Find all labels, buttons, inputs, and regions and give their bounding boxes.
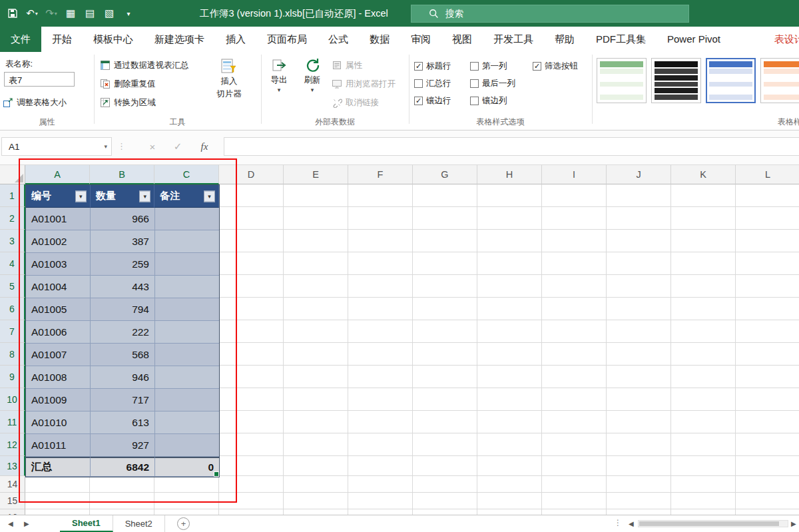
table-cell-quantity[interactable]: 966 [91,208,155,230]
row-header-8[interactable]: 8 [0,343,25,366]
ribbon-tab-template-center[interactable]: 模板中心 [83,27,144,52]
table-cell-id[interactable]: A01001 [26,208,91,230]
table-cell-id[interactable]: A01011 [26,434,91,457]
ribbon-tab-data[interactable]: 数据 [359,27,400,52]
table-cell-id[interactable]: A01007 [26,344,91,366]
refresh-button[interactable]: 刷新 ▾ [298,57,326,93]
table-cell-quantity[interactable]: 568 [91,344,155,366]
table-cell-note[interactable] [155,321,219,344]
table-style-dark-black[interactable] [651,58,701,103]
insert-slicer-button[interactable]: 插入 切片器 [210,57,248,100]
hscroll-right-icon[interactable]: ▶ [791,515,796,532]
column-header-I[interactable]: I [542,165,607,184]
table-cell-note[interactable] [155,253,219,276]
select-all-corner[interactable] [0,165,25,184]
table-cell-quantity[interactable]: 927 [91,434,155,457]
insert-function-button[interactable]: fx [194,137,214,156]
row-header-9[interactable]: 9 [0,366,25,388]
table-cell-quantity[interactable]: 717 [91,389,155,411]
table-cell-note[interactable] [155,276,219,298]
table-style-medium-orange[interactable] [760,58,799,103]
ribbon-tab-developer[interactable]: 开发工具 [483,27,544,52]
horizontal-scrollbar-thumb[interactable] [639,521,779,526]
table-cell-id[interactable]: A01003 [26,253,91,276]
checkbox-last-column[interactable]: 最后一列 [470,75,533,92]
table-cell-id[interactable]: A01005 [26,298,91,321]
new-sheet-button[interactable]: + [177,517,190,530]
row-header-7[interactable]: 7 [0,320,25,343]
row-header-15[interactable]: 15 [0,493,25,509]
column-header-L[interactable]: L [736,165,799,184]
sheet-nav-left-icon[interactable]: ◀ [8,515,13,532]
table-cell-quantity[interactable]: 443 [91,276,155,298]
ribbon-tab-new-custom-tab[interactable]: 新建选项卡 [144,27,215,52]
sheet-tab-sheet1[interactable]: Sheet1 [60,515,113,532]
row-header-16[interactable]: 16 [0,509,25,515]
table-cell-id[interactable]: A01006 [26,321,91,344]
resize-table-button[interactable]: 调整表格大小 [3,95,67,111]
hscroll-left-icon[interactable]: ◀ [629,515,634,532]
filter-button-icon[interactable]: ▾ [204,190,215,202]
undo-icon[interactable]: ↶▾ [25,5,39,22]
filter-button-icon[interactable]: ▾ [75,190,87,202]
table-style-medium-blue[interactable] [706,58,756,103]
row-header-5[interactable]: 5 [0,275,25,298]
row-header-14[interactable]: 14 [0,476,25,493]
column-header-G[interactable]: G [413,165,477,184]
summarize-with-pivottable-button[interactable]: 通过数据透视表汇总 [100,57,189,73]
convert-to-range-button[interactable]: 转换为区域 [100,95,156,111]
table-cell-id[interactable]: A01002 [26,230,91,253]
table-cell-quantity[interactable]: 794 [91,298,155,321]
checkbox-banded-rows[interactable]: ✓镶边行 [414,92,470,109]
table-cell-id[interactable]: A01010 [26,411,91,434]
ribbon-tab-review[interactable]: 审阅 [400,27,441,52]
table-cell-note[interactable] [155,366,219,389]
table-header-cell-b[interactable]: 数量▾ [91,185,155,208]
table-cell-note[interactable] [155,411,219,434]
column-header-E[interactable]: E [284,165,348,184]
table-cell-id[interactable]: A01004 [26,276,91,298]
tab-splitter-dots-icon[interactable]: ⋮ [614,518,622,527]
row-header-4[interactable]: 4 [0,252,25,275]
row-header-3[interactable]: 3 [0,230,25,252]
horizontal-scrollbar[interactable] [638,520,788,527]
table-cell-note[interactable] [155,298,219,321]
table-style-light-green[interactable] [597,58,647,103]
table-cell-quantity[interactable]: 946 [91,366,155,389]
table-cell-note[interactable] [155,208,219,230]
row-header-11[interactable]: 11 [0,411,25,433]
qat-custom-icon-3[interactable]: ▧ [102,5,117,22]
ribbon-tab-help[interactable]: 帮助 [544,27,585,52]
table-cell-quantity[interactable]: 613 [91,411,155,434]
column-header-H[interactable]: H [477,165,542,184]
column-header-B[interactable]: B [90,165,154,184]
ribbon-tab-pdf-tools[interactable]: PDF工具集 [585,27,657,52]
customize-qat-chevron-icon[interactable]: ▾ [121,5,136,22]
column-header-C[interactable]: C [154,165,219,184]
checkbox-banded-columns[interactable]: 镶边列 [470,92,533,109]
save-icon[interactable] [5,5,20,22]
column-header-K[interactable]: K [671,165,736,184]
checkbox-first-column[interactable]: 第一列 [470,57,533,75]
export-button[interactable]: 导出 ▾ [264,57,294,93]
column-header-J[interactable]: J [607,165,671,184]
table-cell-note[interactable] [155,344,219,366]
table-header-cell-a[interactable]: 编号▾ [26,185,91,208]
table-cell-id[interactable]: A01008 [26,366,91,389]
name-box[interactable]: A1 ▾ [1,137,112,156]
table-cell-note[interactable] [155,230,219,253]
table-cell-note[interactable] [155,389,219,411]
row-header-10[interactable]: 10 [0,388,25,411]
formula-bar-drag-dots-icon[interactable]: ⋮ [117,141,126,151]
fill-handle[interactable] [214,471,219,477]
checkbox-header-row[interactable]: ✓标题行 [414,57,470,75]
checkbox-filter-button[interactable]: ✓筛选按钮 [533,57,599,75]
ribbon-tab-home[interactable]: 开始 [41,27,83,52]
undo-dropdown-icon[interactable]: ▾ [35,11,38,17]
formula-input[interactable] [224,137,799,156]
sheet-nav-right-icon[interactable]: ▶ [24,515,29,532]
remove-duplicates-button[interactable]: 删除重复值 [100,76,156,92]
row-header-2[interactable]: 2 [0,207,25,230]
table-cell-id[interactable]: A01009 [26,389,91,411]
ribbon-tab-formulas[interactable]: 公式 [318,27,359,52]
